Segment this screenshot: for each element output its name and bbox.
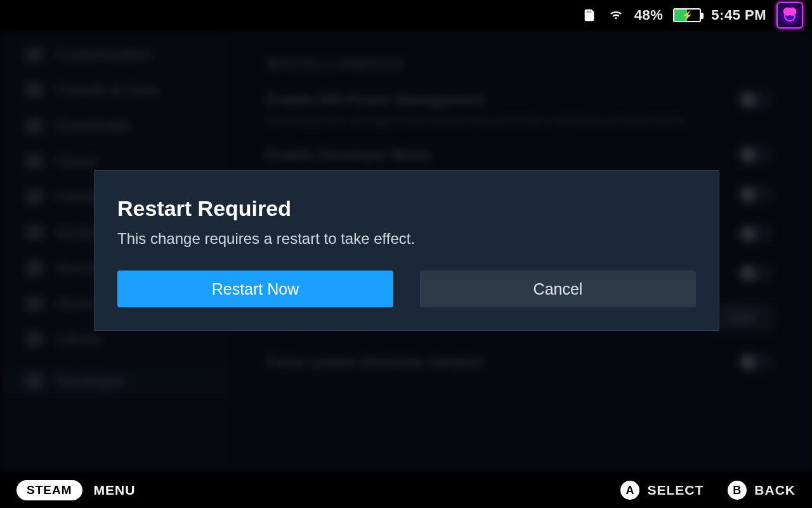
dialog-body: This change requires a restart to take e…	[117, 230, 696, 248]
sd-card-icon	[581, 8, 598, 22]
b-button-icon: B	[728, 481, 747, 500]
hint-select: A SELECT	[620, 481, 704, 500]
wifi-icon	[608, 8, 624, 22]
dialog-button-row: Restart Now Cancel	[117, 271, 696, 307]
dialog-title: Restart Required	[117, 196, 696, 221]
charging-bolt-icon: ⚡	[682, 11, 693, 20]
user-avatar[interactable]	[776, 2, 803, 29]
hint-back-label: BACK	[754, 483, 796, 498]
hint-select-label: SELECT	[647, 483, 704, 498]
hint-back: B BACK	[728, 481, 796, 500]
restart-required-dialog: Restart Required This change requires a …	[94, 170, 719, 331]
cancel-button[interactable]: Cancel	[420, 271, 696, 307]
battery-percentage: 48%	[634, 7, 664, 23]
steam-button[interactable]: STEAM	[16, 480, 82, 500]
battery-icon: ⚡	[673, 8, 701, 22]
a-button-icon: A	[620, 481, 639, 500]
clock: 5:45 PM	[711, 7, 766, 23]
restart-now-button[interactable]: Restart Now	[117, 271, 393, 307]
menu-label: MENU	[94, 483, 136, 498]
status-bar: 48% ⚡ 5:45 PM	[0, 0, 812, 30]
footer-bar: STEAM MENU A SELECT B BACK	[0, 472, 812, 508]
